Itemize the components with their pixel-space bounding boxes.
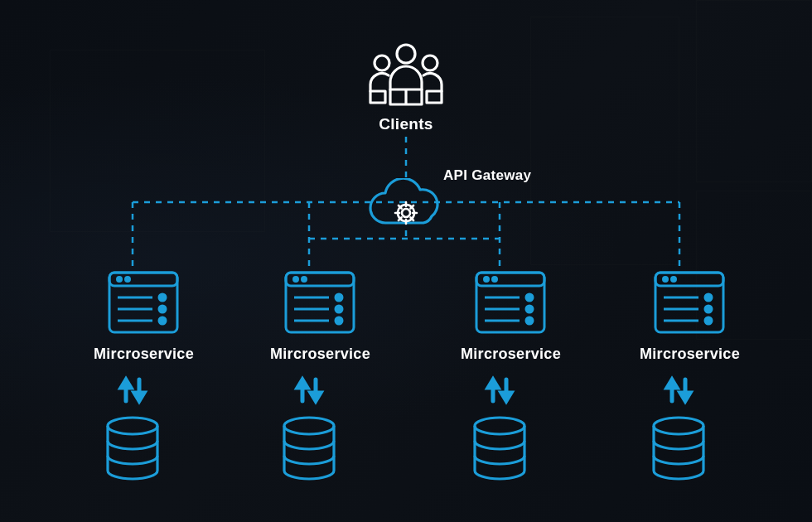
svg-point-41 [485,278,489,282]
svg-point-20 [159,317,166,324]
svg-point-52 [672,278,676,282]
database-cylinder-icon [647,414,710,486]
svg-point-54 [284,418,334,434]
microservice-2-label: Mircroservice [270,346,370,363]
server-rack-icon [281,269,359,336]
svg-point-18 [159,306,166,312]
database-cylinder-icon [278,414,341,486]
server-rack-icon [650,269,728,336]
microservice-3: Mircroservice [461,269,561,363]
svg-point-16 [159,294,166,301]
svg-point-48 [705,306,712,312]
svg-point-9 [375,56,389,70]
up-down-arrows-icon [660,373,697,406]
up-down-arrows-icon [481,373,518,406]
up-down-arrows-icon [291,373,327,406]
svg-point-46 [705,294,712,301]
svg-point-38 [526,306,533,312]
svg-point-21 [118,278,122,282]
microservice-4: Mircroservice [640,269,740,363]
svg-point-26 [336,294,342,301]
svg-point-11 [402,209,410,217]
svg-point-8 [397,45,415,63]
svg-point-56 [654,418,703,434]
server-rack-icon [104,269,182,336]
up-down-arrows-icon [114,373,151,406]
svg-point-32 [302,278,307,282]
svg-point-31 [294,278,298,282]
svg-point-30 [336,317,342,324]
microservice-1-label: Mircroservice [94,346,194,363]
microservice-1: Mircroservice [94,269,194,363]
clients-label: Clients [379,115,433,133]
svg-point-22 [126,278,130,282]
clients-icon [360,40,452,114]
microservice-3-label: Mircroservice [461,346,561,363]
svg-point-53 [108,418,157,434]
svg-point-51 [664,278,668,282]
microservice-4-label: Mircroservice [640,346,740,363]
server-rack-icon [471,269,549,336]
svg-point-10 [423,56,437,70]
svg-point-55 [475,418,524,434]
svg-point-36 [526,294,533,301]
svg-point-28 [336,306,342,312]
svg-point-42 [493,278,497,282]
diagram-stage: Clients API Gateway [0,0,812,522]
svg-point-50 [705,317,712,324]
database-cylinder-icon [468,414,531,486]
database-cylinder-icon [101,414,164,486]
svg-point-40 [526,317,533,324]
microservice-2: Mircroservice [270,269,370,363]
api-gateway-icon [360,178,452,239]
api-gateway-label: API Gateway [443,167,531,184]
